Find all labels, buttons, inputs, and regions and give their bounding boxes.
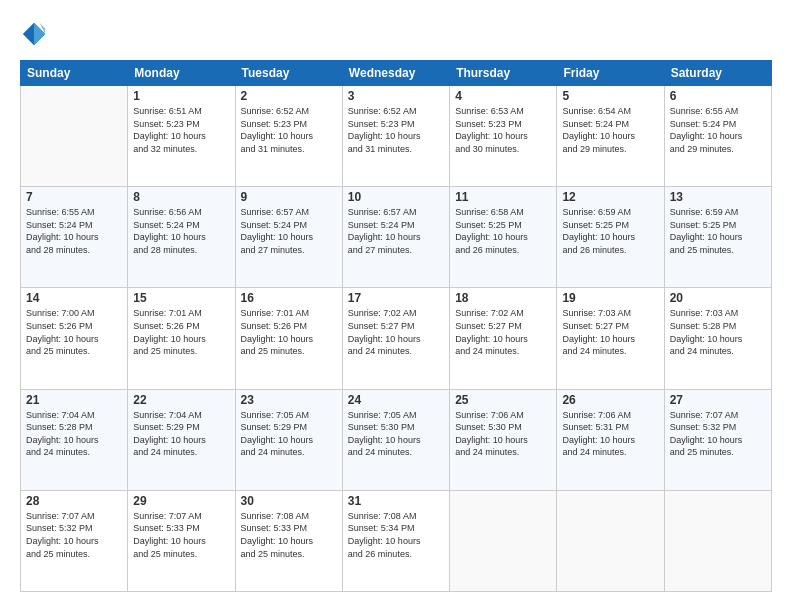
day-number: 21 [26, 393, 122, 407]
calendar-cell: 1Sunrise: 6:51 AM Sunset: 5:23 PM Daylig… [128, 86, 235, 187]
calendar-cell: 7Sunrise: 6:55 AM Sunset: 5:24 PM Daylig… [21, 187, 128, 288]
day-info: Sunrise: 6:58 AM Sunset: 5:25 PM Dayligh… [455, 206, 551, 256]
day-info: Sunrise: 6:59 AM Sunset: 5:25 PM Dayligh… [670, 206, 766, 256]
day-number: 25 [455, 393, 551, 407]
weekday-header: Sunday [21, 61, 128, 86]
day-info: Sunrise: 7:07 AM Sunset: 5:33 PM Dayligh… [133, 510, 229, 560]
calendar-cell: 14Sunrise: 7:00 AM Sunset: 5:26 PM Dayli… [21, 288, 128, 389]
calendar-cell: 16Sunrise: 7:01 AM Sunset: 5:26 PM Dayli… [235, 288, 342, 389]
calendar-cell: 18Sunrise: 7:02 AM Sunset: 5:27 PM Dayli… [450, 288, 557, 389]
calendar-cell [450, 490, 557, 591]
day-number: 10 [348, 190, 444, 204]
weekday-header: Thursday [450, 61, 557, 86]
day-info: Sunrise: 7:01 AM Sunset: 5:26 PM Dayligh… [241, 307, 337, 357]
calendar-cell: 22Sunrise: 7:04 AM Sunset: 5:29 PM Dayli… [128, 389, 235, 490]
day-number: 16 [241, 291, 337, 305]
day-info: Sunrise: 6:59 AM Sunset: 5:25 PM Dayligh… [562, 206, 658, 256]
calendar-cell: 25Sunrise: 7:06 AM Sunset: 5:30 PM Dayli… [450, 389, 557, 490]
calendar-cell: 3Sunrise: 6:52 AM Sunset: 5:23 PM Daylig… [342, 86, 449, 187]
day-info: Sunrise: 6:53 AM Sunset: 5:23 PM Dayligh… [455, 105, 551, 155]
day-info: Sunrise: 6:55 AM Sunset: 5:24 PM Dayligh… [670, 105, 766, 155]
calendar-cell: 4Sunrise: 6:53 AM Sunset: 5:23 PM Daylig… [450, 86, 557, 187]
weekday-header: Friday [557, 61, 664, 86]
logo [20, 20, 52, 48]
day-info: Sunrise: 7:04 AM Sunset: 5:29 PM Dayligh… [133, 409, 229, 459]
calendar: SundayMondayTuesdayWednesdayThursdayFrid… [20, 60, 772, 592]
day-number: 30 [241, 494, 337, 508]
calendar-cell [664, 490, 771, 591]
day-number: 23 [241, 393, 337, 407]
day-info: Sunrise: 6:55 AM Sunset: 5:24 PM Dayligh… [26, 206, 122, 256]
day-number: 28 [26, 494, 122, 508]
calendar-cell: 28Sunrise: 7:07 AM Sunset: 5:32 PM Dayli… [21, 490, 128, 591]
day-info: Sunrise: 6:52 AM Sunset: 5:23 PM Dayligh… [348, 105, 444, 155]
calendar-week-row: 21Sunrise: 7:04 AM Sunset: 5:28 PM Dayli… [21, 389, 772, 490]
day-info: Sunrise: 7:01 AM Sunset: 5:26 PM Dayligh… [133, 307, 229, 357]
calendar-cell: 6Sunrise: 6:55 AM Sunset: 5:24 PM Daylig… [664, 86, 771, 187]
day-info: Sunrise: 7:07 AM Sunset: 5:32 PM Dayligh… [26, 510, 122, 560]
day-number: 3 [348, 89, 444, 103]
day-number: 17 [348, 291, 444, 305]
calendar-cell: 5Sunrise: 6:54 AM Sunset: 5:24 PM Daylig… [557, 86, 664, 187]
calendar-cell: 9Sunrise: 6:57 AM Sunset: 5:24 PM Daylig… [235, 187, 342, 288]
day-info: Sunrise: 7:08 AM Sunset: 5:34 PM Dayligh… [348, 510, 444, 560]
day-number: 8 [133, 190, 229, 204]
day-number: 5 [562, 89, 658, 103]
day-info: Sunrise: 6:54 AM Sunset: 5:24 PM Dayligh… [562, 105, 658, 155]
weekday-header: Saturday [664, 61, 771, 86]
calendar-cell: 13Sunrise: 6:59 AM Sunset: 5:25 PM Dayli… [664, 187, 771, 288]
calendar-cell: 26Sunrise: 7:06 AM Sunset: 5:31 PM Dayli… [557, 389, 664, 490]
day-number: 11 [455, 190, 551, 204]
calendar-cell: 23Sunrise: 7:05 AM Sunset: 5:29 PM Dayli… [235, 389, 342, 490]
day-info: Sunrise: 7:02 AM Sunset: 5:27 PM Dayligh… [348, 307, 444, 357]
calendar-cell: 17Sunrise: 7:02 AM Sunset: 5:27 PM Dayli… [342, 288, 449, 389]
calendar-cell: 2Sunrise: 6:52 AM Sunset: 5:23 PM Daylig… [235, 86, 342, 187]
calendar-cell: 11Sunrise: 6:58 AM Sunset: 5:25 PM Dayli… [450, 187, 557, 288]
calendar-week-row: 28Sunrise: 7:07 AM Sunset: 5:32 PM Dayli… [21, 490, 772, 591]
calendar-cell: 30Sunrise: 7:08 AM Sunset: 5:33 PM Dayli… [235, 490, 342, 591]
weekday-header-row: SundayMondayTuesdayWednesdayThursdayFrid… [21, 61, 772, 86]
day-info: Sunrise: 6:57 AM Sunset: 5:24 PM Dayligh… [241, 206, 337, 256]
day-number: 24 [348, 393, 444, 407]
calendar-cell: 19Sunrise: 7:03 AM Sunset: 5:27 PM Dayli… [557, 288, 664, 389]
day-number: 12 [562, 190, 658, 204]
calendar-cell: 8Sunrise: 6:56 AM Sunset: 5:24 PM Daylig… [128, 187, 235, 288]
calendar-cell [557, 490, 664, 591]
day-number: 4 [455, 89, 551, 103]
day-info: Sunrise: 7:05 AM Sunset: 5:30 PM Dayligh… [348, 409, 444, 459]
calendar-cell: 27Sunrise: 7:07 AM Sunset: 5:32 PM Dayli… [664, 389, 771, 490]
day-number: 22 [133, 393, 229, 407]
day-info: Sunrise: 7:05 AM Sunset: 5:29 PM Dayligh… [241, 409, 337, 459]
day-info: Sunrise: 6:56 AM Sunset: 5:24 PM Dayligh… [133, 206, 229, 256]
page: SundayMondayTuesdayWednesdayThursdayFrid… [0, 0, 792, 612]
day-number: 6 [670, 89, 766, 103]
weekday-header: Tuesday [235, 61, 342, 86]
calendar-cell: 10Sunrise: 6:57 AM Sunset: 5:24 PM Dayli… [342, 187, 449, 288]
weekday-header: Monday [128, 61, 235, 86]
day-number: 13 [670, 190, 766, 204]
day-number: 15 [133, 291, 229, 305]
day-info: Sunrise: 7:06 AM Sunset: 5:31 PM Dayligh… [562, 409, 658, 459]
day-info: Sunrise: 7:00 AM Sunset: 5:26 PM Dayligh… [26, 307, 122, 357]
day-number: 14 [26, 291, 122, 305]
calendar-week-row: 14Sunrise: 7:00 AM Sunset: 5:26 PM Dayli… [21, 288, 772, 389]
day-info: Sunrise: 7:02 AM Sunset: 5:27 PM Dayligh… [455, 307, 551, 357]
day-info: Sunrise: 7:07 AM Sunset: 5:32 PM Dayligh… [670, 409, 766, 459]
day-number: 31 [348, 494, 444, 508]
day-info: Sunrise: 7:08 AM Sunset: 5:33 PM Dayligh… [241, 510, 337, 560]
calendar-week-row: 7Sunrise: 6:55 AM Sunset: 5:24 PM Daylig… [21, 187, 772, 288]
day-number: 26 [562, 393, 658, 407]
day-number: 18 [455, 291, 551, 305]
day-number: 2 [241, 89, 337, 103]
day-info: Sunrise: 6:52 AM Sunset: 5:23 PM Dayligh… [241, 105, 337, 155]
calendar-cell: 29Sunrise: 7:07 AM Sunset: 5:33 PM Dayli… [128, 490, 235, 591]
calendar-cell: 12Sunrise: 6:59 AM Sunset: 5:25 PM Dayli… [557, 187, 664, 288]
calendar-cell: 15Sunrise: 7:01 AM Sunset: 5:26 PM Dayli… [128, 288, 235, 389]
day-number: 19 [562, 291, 658, 305]
calendar-cell: 24Sunrise: 7:05 AM Sunset: 5:30 PM Dayli… [342, 389, 449, 490]
day-number: 27 [670, 393, 766, 407]
calendar-cell: 21Sunrise: 7:04 AM Sunset: 5:28 PM Dayli… [21, 389, 128, 490]
day-info: Sunrise: 7:03 AM Sunset: 5:28 PM Dayligh… [670, 307, 766, 357]
day-number: 7 [26, 190, 122, 204]
day-number: 1 [133, 89, 229, 103]
